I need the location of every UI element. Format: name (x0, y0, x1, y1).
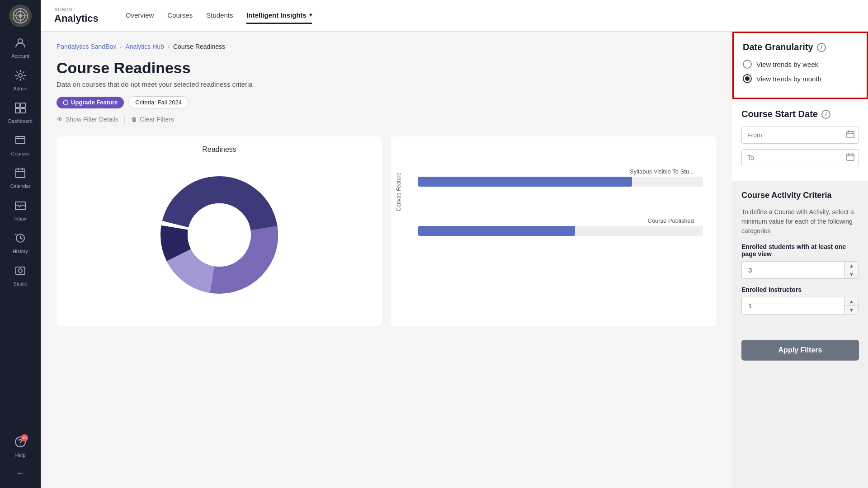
page-title: Course Readiness (57, 59, 717, 77)
instructors-label: Enrolled Instructors (741, 286, 859, 293)
bar-track-syllabus (418, 177, 703, 187)
radio-by-week[interactable]: View trends by week (743, 60, 858, 69)
course-published-label: Course Published (418, 217, 703, 224)
page-views-decrement[interactable]: ▼ (844, 270, 859, 278)
breadcrumb-analytics-hub[interactable]: Analytics Hub (125, 43, 164, 50)
date-granularity-title: Date Granularity i (743, 42, 858, 52)
syllabus-label: Syllabus Visible To Stu... (418, 168, 703, 175)
filter-actions: 👁 Show Filter Details | 🗑 Clear Filters (57, 116, 717, 123)
sidebar-item-dashboard[interactable]: Dashboard (0, 97, 41, 129)
bar-row-syllabus (418, 177, 703, 187)
breadcrumb-sep-2: › (168, 43, 170, 50)
sidebar-item-studio-label: Studio (13, 281, 27, 286)
brand-name: Analytics (54, 13, 99, 24)
sidebar-item-account-label: Account (11, 53, 29, 59)
right-panel: Date Granularity i View trends by week V… (732, 32, 868, 488)
instructors-increment[interactable]: ▲ (844, 297, 859, 306)
sidebar-item-calendar-label: Calendar (10, 183, 31, 189)
sidebar-item-studio[interactable]: Studio (0, 259, 41, 292)
trash-icon: 🗑 (131, 116, 137, 123)
topnav: ADMIN Analytics Overview Courses Student… (41, 0, 868, 32)
apply-filters-button[interactable]: Apply Filters (741, 340, 859, 361)
breadcrumb-pandalytics[interactable]: Pandalytics SandBox (57, 43, 116, 50)
svg-rect-7 (15, 103, 20, 108)
sidebar-item-help[interactable]: 10 Help (11, 431, 30, 463)
instructors-spinner-buttons: ▲ ▼ (844, 297, 859, 314)
admin-icon (14, 70, 26, 84)
page-views-spinner: ▲ ▼ (741, 261, 859, 279)
show-filter-details-button[interactable]: 👁 Show Filter Details (57, 116, 118, 123)
svg-rect-24 (847, 131, 854, 138)
radio-label-month: View trends by month (756, 75, 821, 83)
radio-circle-week (743, 60, 752, 69)
svg-point-16 (19, 269, 22, 272)
svg-rect-25 (847, 154, 854, 160)
courses-icon (14, 135, 26, 149)
bar-chart-area: Syllabus Visible To Stu... Course Publis… (400, 155, 708, 299)
bar-track-published (418, 226, 703, 236)
sidebar-item-history[interactable]: History (0, 227, 41, 259)
calendar-icon (14, 167, 26, 182)
course-start-date-info-icon[interactable]: i (821, 110, 830, 119)
date-granularity-info-icon[interactable]: i (817, 43, 826, 52)
sidebar-item-help-label: Help (15, 452, 26, 458)
course-activity-title: Course Activity Criteria (741, 191, 859, 200)
history-icon (14, 232, 26, 247)
sidebar-item-admin[interactable]: Admin (0, 64, 41, 97)
apply-filters-section: Apply Filters (732, 331, 868, 370)
sidebar-item-courses[interactable]: Courses (0, 129, 41, 162)
svg-rect-11 (16, 136, 25, 144)
nav-link-overview[interactable]: Overview (126, 8, 154, 24)
donut-chart-svg (156, 172, 283, 298)
page-views-input[interactable] (742, 262, 844, 278)
tags-row: Upgrade Feature Criteria: Fall 2024 (57, 96, 717, 108)
content: Pandalytics SandBox › Analytics Hub › Co… (41, 32, 868, 488)
sidebar-item-calendar[interactable]: Calendar (0, 162, 41, 194)
course-start-date-title: Course Start Date i (741, 109, 859, 119)
to-date-wrapper (741, 149, 859, 166)
nav-link-intelligent-insights[interactable]: Intelligent Insights ▾ (246, 8, 312, 24)
criteria-badge: Criteria: Fall 2024 (128, 96, 189, 108)
instructors-input[interactable] (742, 297, 844, 314)
upgrade-badge[interactable]: Upgrade Feature (57, 97, 124, 108)
sidebar: Account Admin Dashboard (0, 0, 41, 488)
svg-rect-15 (16, 267, 25, 274)
main-wrapper: ADMIN Analytics Overview Courses Student… (41, 0, 868, 488)
readiness-chart-title: Readiness (66, 145, 373, 154)
sidebar-collapse-button[interactable]: ← (11, 463, 30, 483)
svg-rect-12 (16, 169, 25, 178)
inbox-icon (14, 200, 26, 214)
svg-rect-10 (21, 108, 25, 113)
nav-link-courses[interactable]: Courses (167, 8, 193, 24)
sidebar-item-account[interactable]: Account (0, 32, 41, 64)
dashboard-icon (14, 102, 26, 117)
clear-filters-button[interactable]: 🗑 Clear Filters (131, 116, 174, 123)
course-start-date-section: Course Start Date i (732, 100, 868, 181)
radio-by-month[interactable]: View trends by month (743, 74, 858, 83)
chevron-down-icon: ▾ (309, 12, 312, 18)
charts-grid: Readiness Can (57, 136, 717, 326)
sidebar-item-inbox[interactable]: Inbox (0, 194, 41, 227)
from-date-input[interactable] (741, 127, 859, 144)
page-views-increment[interactable]: ▲ (844, 262, 859, 270)
svg-point-6 (19, 74, 22, 77)
sidebar-item-history-label: History (13, 249, 28, 254)
page-views-label: Enrolled students with at least one page… (741, 243, 859, 258)
bar-row-published (418, 226, 703, 236)
criteria-description: To define a Course with Activity, select… (741, 207, 859, 236)
instructors-decrement[interactable]: ▼ (844, 306, 859, 314)
donut-wrapper (66, 163, 373, 307)
to-date-input[interactable] (741, 149, 859, 166)
sidebar-item-dashboard-label: Dashboard (8, 118, 33, 124)
breadcrumb: Pandalytics SandBox › Analytics Hub › Co… (57, 43, 717, 50)
main-panel: Pandalytics SandBox › Analytics Hub › Co… (41, 32, 732, 488)
svg-rect-8 (21, 103, 25, 108)
date-granularity-section: Date Granularity i View trends by week V… (732, 32, 868, 99)
nav-link-students[interactable]: Students (206, 8, 233, 24)
sidebar-item-admin-label: Admin (13, 86, 27, 91)
from-calendar-button[interactable] (846, 130, 854, 140)
to-calendar-button[interactable] (846, 153, 854, 163)
page-views-spinner-buttons: ▲ ▼ (844, 262, 859, 278)
svg-rect-9 (15, 108, 20, 113)
help-badge: 10 (21, 434, 28, 441)
